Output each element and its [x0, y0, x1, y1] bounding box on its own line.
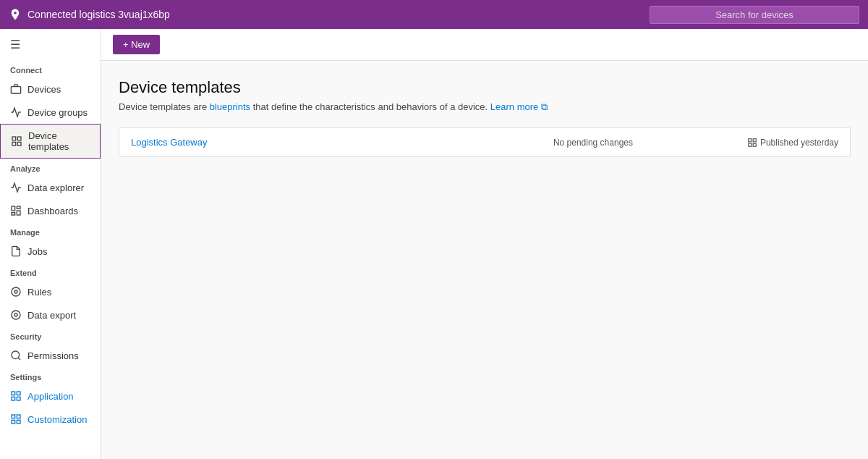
templates-list: Logistics Gateway No pending changes Pub… — [119, 127, 851, 157]
sidebar-item-customization[interactable]: Customization — [0, 408, 101, 431]
toolbar: + New — [101, 29, 868, 61]
sidebar-item-label-dashboards: Dashboards — [27, 206, 78, 216]
app-name: Connected logistics 3vuaj1x6bp — [27, 9, 170, 20]
sidebar-item-data-explorer[interactable]: Data explorer — [0, 176, 101, 199]
page-description: Device templates are blueprints that def… — [119, 101, 851, 113]
sidebar-item-label-customization: Customization — [27, 414, 87, 425]
svg-rect-25 — [749, 143, 752, 146]
app-logo: Connected logistics 3vuaj1x6bp — [9, 8, 650, 21]
sidebar-item-label-data-explorer: Data explorer — [27, 182, 84, 193]
svg-rect-4 — [17, 142, 21, 146]
sidebar-item-label-jobs: Jobs — [27, 246, 47, 257]
svg-rect-0 — [11, 87, 20, 93]
svg-rect-1 — [12, 137, 16, 140]
sidebar-item-device-groups[interactable]: Device groups — [0, 101, 101, 124]
location-pin-icon — [9, 8, 22, 21]
svg-point-10 — [12, 287, 20, 296]
svg-point-9 — [14, 290, 17, 293]
section-label-connect: Connect — [0, 60, 101, 77]
section-label-extend: Extend — [0, 263, 101, 280]
search-bar[interactable]: Search for devices — [650, 6, 859, 24]
description-text-middle: that define the characteristics and beha… — [253, 101, 488, 112]
device-groups-icon — [10, 106, 22, 118]
template-status: No pending changes — [439, 138, 747, 148]
topbar: Connected logistics 3vuaj1x6bp Search fo… — [0, 0, 868, 29]
sidebar-item-permissions[interactable]: Permissions — [0, 344, 101, 367]
svg-rect-19 — [12, 415, 15, 418]
svg-rect-22 — [17, 420, 20, 424]
svg-point-12 — [12, 311, 20, 319]
sidebar-item-devices[interactable]: Devices — [0, 77, 101, 101]
description-text-start: Device templates are — [119, 101, 210, 112]
published-icon — [747, 138, 757, 148]
sidebar-item-application[interactable]: Application — [0, 384, 101, 408]
svg-rect-18 — [17, 397, 20, 400]
description-blueprints-link[interactable]: blueprints — [210, 101, 250, 112]
svg-rect-24 — [753, 138, 756, 141]
svg-point-11 — [14, 313, 17, 316]
section-label-security: Security — [0, 327, 101, 344]
sidebar-item-label-application: Application — [27, 391, 74, 402]
sidebar-item-label-rules: Rules — [27, 287, 51, 298]
sidebar-item-data-export[interactable]: Data export — [0, 303, 101, 327]
sidebar-item-rules[interactable]: Rules — [0, 280, 101, 303]
svg-rect-21 — [12, 420, 15, 424]
section-label-manage: Manage — [0, 222, 101, 240]
jobs-icon — [10, 245, 22, 257]
svg-rect-17 — [12, 397, 15, 400]
svg-rect-8 — [12, 213, 15, 215]
sidebar-item-label-data-export: Data export — [27, 310, 76, 321]
svg-rect-7 — [17, 211, 20, 215]
device-templates-icon — [11, 135, 22, 147]
dashboards-icon — [10, 205, 22, 216]
sidebar-item-label-device-groups: Device groups — [27, 107, 88, 118]
section-label-settings: Settings — [0, 367, 101, 384]
rules-icon — [10, 286, 22, 298]
template-name-link[interactable]: Logistics Gateway — [131, 137, 439, 148]
devices-icon — [10, 83, 22, 95]
sidebar-item-device-templates[interactable]: Device templates — [0, 124, 101, 159]
sidebar-item-label-devices: Devices — [27, 84, 61, 95]
template-published: Published yesterday — [747, 138, 838, 148]
application-icon — [10, 390, 22, 402]
learn-more-link[interactable]: Learn more ⧉ — [490, 101, 548, 112]
svg-rect-2 — [17, 137, 21, 140]
svg-rect-16 — [17, 392, 20, 395]
main-content: + New Device templates Device templates … — [101, 29, 868, 459]
menu-toggle[interactable]: ☰ — [0, 29, 101, 60]
section-label-analyze: Analyze — [0, 159, 101, 176]
sidebar-item-label-device-templates: Device templates — [28, 130, 90, 152]
svg-rect-3 — [12, 142, 16, 146]
new-button[interactable]: + New — [113, 35, 160, 54]
customization-icon — [10, 413, 22, 425]
svg-rect-26 — [753, 143, 756, 146]
sidebar-item-label-permissions: Permissions — [27, 350, 79, 361]
template-published-text: Published yesterday — [760, 138, 838, 148]
svg-rect-23 — [749, 138, 752, 141]
permissions-icon — [10, 350, 22, 361]
sidebar-item-dashboards[interactable]: Dashboards — [0, 199, 101, 222]
svg-line-14 — [18, 358, 20, 360]
svg-rect-5 — [12, 206, 15, 211]
svg-rect-6 — [17, 206, 20, 209]
page-title: Device templates — [119, 78, 851, 97]
svg-rect-20 — [17, 415, 20, 418]
svg-point-13 — [12, 351, 20, 359]
sidebar: ☰ Connect Devices Device groups — [0, 29, 101, 459]
svg-rect-15 — [12, 392, 15, 395]
data-export-icon — [10, 309, 22, 321]
sidebar-item-jobs[interactable]: Jobs — [0, 240, 101, 263]
table-row: Logistics Gateway No pending changes Pub… — [119, 128, 850, 156]
data-explorer-icon — [10, 182, 22, 193]
page-content: Device templates Device templates are bl… — [101, 61, 868, 169]
